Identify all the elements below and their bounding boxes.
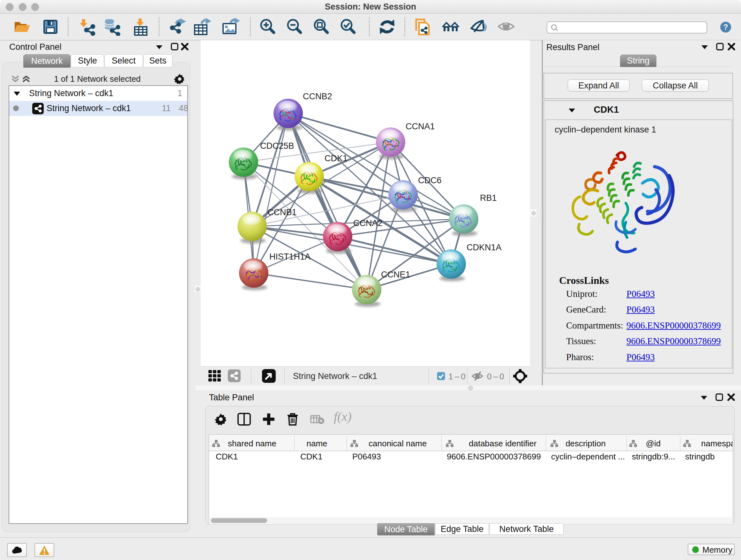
svg-text:CCNA2: CCNA2 [353,219,383,228]
svg-text:HIST1H1A: HIST1H1A [269,252,311,261]
svg-text:RB1: RB1 [480,193,497,203]
svg-text:CDC6: CDC6 [418,176,442,185]
svg-text:CCNB2: CCNB2 [303,91,332,101]
svg-text:CCNB1: CCNB1 [267,207,297,217]
svg-text:?: ? [724,23,728,31]
svg-text:CDKN1A: CDKN1A [467,243,502,252]
svg-text:CCNA1: CCNA1 [406,122,435,131]
svg-text:CDC25B: CDC25B [260,141,294,151]
svg-text:CDK1: CDK1 [325,153,347,163]
svg-text:CCNE1: CCNE1 [381,270,410,279]
